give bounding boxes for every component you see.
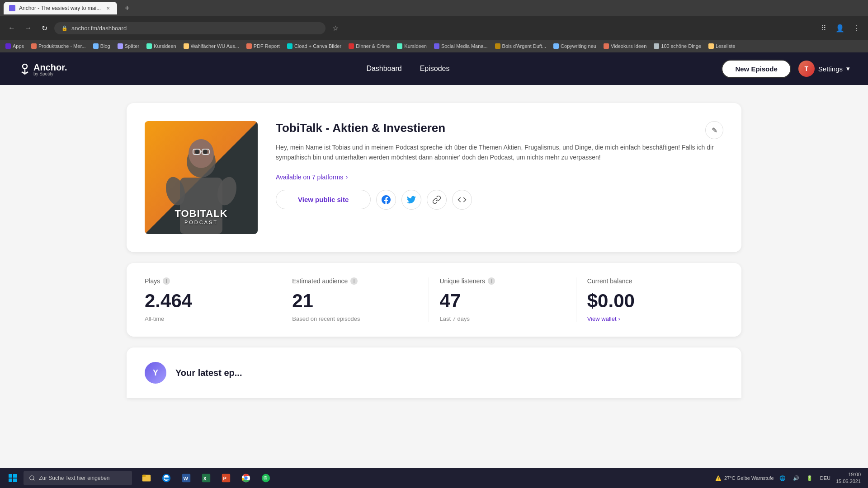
taskbar-spotify-icon[interactable] <box>257 469 275 487</box>
bookmark-kursideen2[interactable]: Kursideen <box>397 43 427 49</box>
bookmark-favicon-3 <box>118 43 123 49</box>
taskbar-weather: ⚠️ 27°C Gelbe Warnstufe <box>715 475 774 481</box>
taskbar-chrome-icon[interactable] <box>237 469 255 487</box>
tab-close-button[interactable]: ✕ <box>104 5 112 12</box>
plays-label: Plays i <box>145 277 270 285</box>
bookmark-apps[interactable]: Apps <box>5 43 24 49</box>
listeners-stat: Unique listeners i 47 Last 7 days <box>429 277 576 322</box>
wallet-label: View wallet <box>587 315 617 322</box>
refresh-button[interactable]: ↻ <box>38 22 51 34</box>
link-icon <box>432 195 441 204</box>
taskbar-excel-icon[interactable]: X <box>197 469 215 487</box>
volume-icon[interactable]: 🔊 <box>793 475 799 481</box>
taskbar-search-icon <box>29 475 35 481</box>
address-bar[interactable]: 🔒 anchor.fm/dashboard <box>54 22 326 34</box>
bookmark-kursideen[interactable]: Kursideen <box>146 43 176 49</box>
lock-icon: 🔒 <box>61 25 68 31</box>
network-icon[interactable]: 🌐 <box>779 475 786 481</box>
battery-icon[interactable]: 🔋 <box>807 475 813 481</box>
browser-addressbar: ← → ↻ 🔒 anchor.fm/dashboard ☆ ⠿ 👤 ⋮ <box>0 16 868 40</box>
browser-tab[interactable]: Anchor - The easiest way to mai... ✕ <box>4 2 117 14</box>
plays-value: 2.464 <box>145 290 270 312</box>
platforms-label: Available on 7 platforms <box>276 174 343 181</box>
taskbar-word-icon[interactable]: W <box>177 469 195 487</box>
facebook-share-button[interactable] <box>376 190 396 210</box>
chrome-icon <box>241 473 251 483</box>
twitter-icon <box>407 195 416 204</box>
taskbar-status-icons: 🌐 🔊 🔋 DEU <box>779 475 830 481</box>
extensions-icon[interactable]: ⠿ <box>817 22 830 34</box>
nav-episodes[interactable]: Episodes <box>420 65 450 73</box>
balance-label: Current balance <box>587 277 712 285</box>
taskbar-search[interactable]: Zur Suche Text hier eingeben <box>24 471 132 485</box>
bookmark-favicon-4 <box>146 43 152 49</box>
bottom-card-title: Your latest ep... <box>175 368 242 378</box>
taskbar-edge-icon[interactable] <box>157 469 175 487</box>
cover-title: TOBITALK <box>145 208 258 220</box>
svg-point-16 <box>30 476 34 480</box>
settings-button[interactable]: T Settings ▾ <box>798 61 850 77</box>
bookmark-video[interactable]: Videokurs Ideen <box>604 43 646 49</box>
listeners-info-icon[interactable]: i <box>488 277 495 285</box>
svg-text:P: P <box>223 476 226 481</box>
podcast-info: ✎ TobiTalk - Aktien & Investieren Hey, m… <box>276 121 723 234</box>
bookmark-blog[interactable]: Blog <box>93 43 110 49</box>
search-placeholder: Zur Suche Text hier eingeben <box>39 475 110 481</box>
platforms-link[interactable]: Available on 7 platforms › <box>276 174 723 181</box>
weather-icon: ⚠️ <box>715 475 722 481</box>
plays-stat: Plays i 2.464 All-time <box>145 277 281 322</box>
audience-stat: Estimated audience i 21 Based on recent … <box>281 277 429 322</box>
nav-dashboard[interactable]: Dashboard <box>366 65 401 73</box>
bookmark-wahlfaecher[interactable]: Wahlfächer WU Aus... <box>184 43 239 49</box>
bookmark-produktsuche[interactable]: Produktsuche - Mer... <box>31 43 86 49</box>
file-explorer-icon <box>142 473 151 483</box>
svg-text:X: X <box>203 476 207 481</box>
browser-chrome: Anchor - The easiest way to mai... ✕ + ←… <box>0 0 868 40</box>
start-button[interactable] <box>4 469 22 487</box>
account-icon[interactable]: 👤 <box>834 22 846 34</box>
audience-info-icon[interactable]: i <box>350 277 358 285</box>
bookmark-bois[interactable]: Bois d'Argent Duft... <box>495 43 546 49</box>
bookmark-social[interactable]: Social Media Mana... <box>434 43 488 49</box>
app-navbar: Anchor. by Spotify Dashboard Episodes Ne… <box>0 52 868 85</box>
bookmark-canva[interactable]: Cload + Canva Bilder <box>287 43 341 49</box>
spotify-icon <box>261 473 271 483</box>
bookmark-100[interactable]: 100 schöne Dinge <box>654 43 701 49</box>
taskbar-explorer-icon[interactable] <box>137 469 156 487</box>
edit-podcast-button[interactable]: ✎ <box>705 121 723 139</box>
taskbar-time-display: 19:00 <box>836 471 861 478</box>
bookmark-dinner[interactable]: Dinner & Crime <box>349 43 390 49</box>
svg-rect-12 <box>9 474 12 478</box>
svg-point-7 <box>195 150 199 154</box>
bookmark-pdf[interactable]: PDF Report <box>246 43 280 49</box>
bookmark-copy[interactable]: Copywriting neu <box>553 43 596 49</box>
new-episode-button[interactable]: New Episode <box>722 60 791 78</box>
svg-rect-19 <box>142 476 151 481</box>
audience-label: Estimated audience i <box>292 277 417 285</box>
taskbar-powerpoint-icon[interactable]: P <box>217 469 235 487</box>
bookmark-star-icon[interactable]: ☆ <box>329 22 342 34</box>
bookmark-spaeter[interactable]: Später <box>118 43 139 49</box>
app-logo: Anchor. by Spotify <box>18 61 67 76</box>
cover-text-overlay: TOBITALK PODCAST <box>145 208 258 225</box>
forward-button[interactable]: → <box>22 22 34 34</box>
embed-button[interactable] <box>452 190 472 210</box>
bookmark-leseliste[interactable]: Leseliste <box>708 43 735 49</box>
browser-menu-icon[interactable]: ⋮ <box>850 22 863 34</box>
plays-info-icon[interactable]: i <box>163 277 170 285</box>
bookmark-favicon-14 <box>654 43 659 49</box>
facebook-icon <box>382 195 391 204</box>
bookmark-favicon-1 <box>31 43 37 49</box>
tab-title: Anchor - The easiest way to mai... <box>19 5 101 11</box>
svg-point-0 <box>23 64 27 69</box>
bookmark-favicon-7 <box>287 43 292 49</box>
view-public-site-button[interactable]: View public site <box>276 190 371 209</box>
view-wallet-link[interactable]: View wallet › <box>587 315 712 322</box>
svg-text:W: W <box>184 476 189 481</box>
twitter-share-button[interactable] <box>401 190 421 210</box>
back-button[interactable]: ← <box>5 22 18 34</box>
copy-link-button[interactable] <box>427 190 447 210</box>
excel-icon: X <box>201 473 211 483</box>
new-tab-button[interactable]: + <box>121 2 133 14</box>
settings-label: Settings <box>818 65 843 73</box>
